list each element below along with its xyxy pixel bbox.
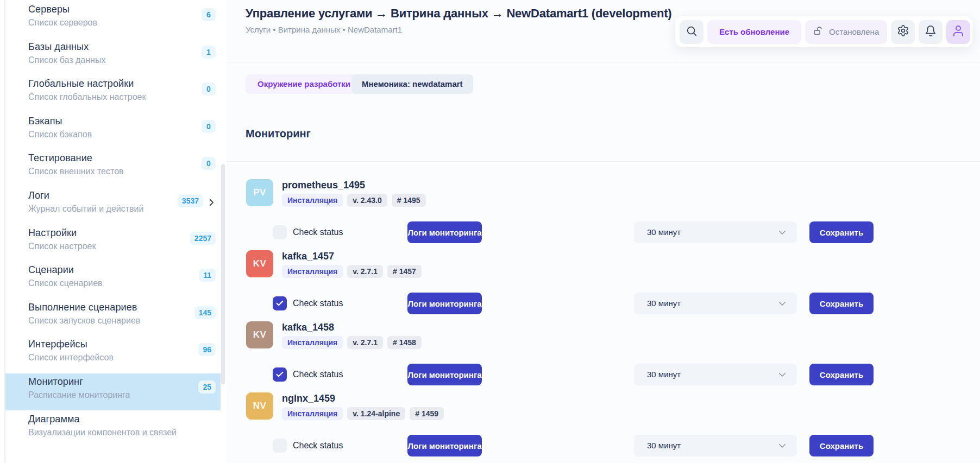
sidebar-item-settings[interactable]: Настройки Список настроек 2257 <box>5 225 221 262</box>
count-badge: 25 <box>198 380 216 394</box>
sidebar-item-subtitle: Список запусков сценариев <box>28 316 140 326</box>
status-chip: Инсталляция <box>282 265 343 278</box>
sidebar-item-title: Настройки <box>28 227 77 239</box>
sidebar-item-diagram[interactable]: Диаграмма Визуализации компонентов и свя… <box>5 411 221 448</box>
monitor-controls: Check status Логи мониторинга 30 минут С… <box>227 293 980 314</box>
count-badge: 2257 <box>190 232 216 245</box>
avatar: KV <box>246 250 273 277</box>
count-badge: 11 <box>199 269 216 282</box>
interval-select[interactable]: 30 минут <box>634 364 797 385</box>
check-status-label: Check status <box>293 435 343 456</box>
sidebar-item-subtitle: Журнал событий и действий <box>28 204 143 214</box>
sidebar-item-subtitle: Расписание мониторинга <box>28 390 130 400</box>
save-button[interactable]: Сохранить <box>809 293 874 314</box>
search-button[interactable] <box>680 20 703 44</box>
sidebar-item-interfaces[interactable]: Интерфейсы Список интерфейсов 96 <box>5 336 221 373</box>
gear-icon <box>897 24 909 39</box>
sidebar-item-title: Сценарии <box>28 264 74 276</box>
sidebar-scrollbar-thumb[interactable] <box>221 164 225 384</box>
monitor-controls: Check status Логи мониторинга 30 минут С… <box>227 364 980 385</box>
sidebar-item-servers[interactable]: Серверы Список серверов 6 <box>5 1 221 38</box>
sidebar-item-databases[interactable]: Базы данных Список баз данных 1 <box>5 39 221 75</box>
monitoring-logs-button[interactable]: Логи мониторинга <box>407 364 482 385</box>
chevron-right-icon <box>206 198 216 207</box>
number-chip: # 1495 <box>392 194 426 207</box>
monitor-row: KV kafka_1458 Инсталляция v. 2.7.1 # 145… <box>227 321 980 392</box>
monitor-chips: Инсталляция v. 2.7.1 # 1457 <box>282 265 422 278</box>
sidebar-item-title: Интерфейсы <box>28 339 87 350</box>
version-chip: v. 2.7.1 <box>347 336 383 349</box>
monitor-name: nginx_1459 <box>282 393 335 404</box>
interval-value: 30 минут <box>647 364 681 385</box>
header-toolbar: Есть обновление Остановлена <box>675 16 972 47</box>
sidebar-item-testing[interactable]: Тестирование Список внешних тестов 0 <box>5 150 221 187</box>
count-badge: 0 <box>202 120 216 133</box>
update-available-button[interactable]: Есть обновление <box>707 20 801 44</box>
interval-value: 30 минут <box>647 221 681 243</box>
sidebar-item-subtitle: Список настроек <box>28 242 96 251</box>
sidebar-item-subtitle: Список баз данных <box>28 55 105 65</box>
monitor-name: kafka_1457 <box>282 251 334 262</box>
count-badge: 96 <box>198 343 216 356</box>
monitoring-logs-button[interactable]: Логи мониторинга <box>407 435 482 456</box>
sidebar-item-subtitle: Список сценариев <box>28 278 103 288</box>
monitoring-logs-button[interactable]: Логи мониторинга <box>407 221 482 243</box>
count-badge: 1 <box>202 46 216 59</box>
version-chip: v. 1.24-alpine <box>347 407 405 420</box>
interval-select[interactable]: 30 минут <box>634 435 797 456</box>
settings-button[interactable] <box>891 20 915 44</box>
check-status-checkbox[interactable] <box>273 225 287 239</box>
sidebar-item-title: Серверы <box>28 4 70 15</box>
count-badge: 0 <box>202 157 216 170</box>
check-status-label: Check status <box>293 221 343 243</box>
number-chip: # 1457 <box>387 265 422 278</box>
interval-value: 30 минут <box>647 293 681 314</box>
monitor-chips: Инсталляция v. 2.7.1 # 1458 <box>282 336 422 349</box>
service-status-badge[interactable]: Остановлена <box>805 20 887 44</box>
sidebar-item-backups[interactable]: Бэкапы Список бэкапов 0 <box>5 113 221 150</box>
check-status-checkbox[interactable] <box>273 439 287 453</box>
breadcrumb: Услуги • Витрина данных • NewDatamart1 <box>246 25 402 34</box>
sidebar: Серверы Список серверов 6 Базы данных Сп… <box>5 0 221 463</box>
sidebar-item-subtitle: Список интерфейсов <box>28 353 114 363</box>
page-title: Управление услугами → Витрина данных → N… <box>246 7 672 21</box>
version-chip: v. 2.43.0 <box>347 194 387 207</box>
monitor-row: PV prometheus_1495 Инсталляция v. 2.43.0… <box>227 179 980 250</box>
save-button[interactable]: Сохранить <box>809 221 874 243</box>
status-chip: Инсталляция <box>282 336 343 349</box>
sidebar-item-global-settings[interactable]: Глобальные настройки Список глобальных н… <box>5 75 221 112</box>
sidebar-item-title: Тестирование <box>28 153 92 164</box>
check-status-checkbox[interactable] <box>273 296 287 310</box>
sidebar-item-scenarios[interactable]: Сценарии Список сценариев 11 <box>5 262 221 299</box>
sidebar-item-logs[interactable]: Логи Журнал событий и действий 3537 <box>5 187 221 224</box>
section-title: Мониторинг <box>246 128 311 140</box>
save-button[interactable]: Сохранить <box>809 364 874 385</box>
bell-icon <box>925 25 937 39</box>
sidebar-item-subtitle: Визуализации компонентов и связей <box>28 428 177 437</box>
count-badge: 6 <box>202 8 216 21</box>
header-divider <box>227 62 980 62</box>
count-badge: 145 <box>194 306 216 319</box>
version-chip: v. 2.7.1 <box>347 265 383 278</box>
number-chip: # 1459 <box>410 407 444 420</box>
chevron-down-icon <box>777 299 787 310</box>
monitor-chips: Инсталляция v. 2.43.0 # 1495 <box>282 194 426 207</box>
status-chip: Инсталляция <box>282 194 343 207</box>
sidebar-item-monitoring[interactable]: Мониторинг Расписание мониторинга 25 <box>5 373 221 410</box>
sidebar-item-scenario-runs[interactable]: Выполнение сценариев Список запусков сце… <box>5 299 221 336</box>
mnemonic-tag: Мнемоника: newdatamart <box>351 74 473 94</box>
monitoring-logs-button[interactable]: Логи мониторинга <box>407 293 482 314</box>
save-button[interactable]: Сохранить <box>809 435 874 456</box>
monitor-name: prometheus_1495 <box>282 180 365 191</box>
profile-button[interactable] <box>946 20 970 44</box>
interval-select[interactable]: 30 минут <box>634 221 797 243</box>
sidebar-item-subtitle: Список глобальных настроек <box>28 92 146 102</box>
chevron-down-icon <box>777 441 787 453</box>
service-status-label: Остановлена <box>829 27 879 36</box>
monitor-row: NV nginx_1459 Инсталляция v. 1.24-alpine… <box>227 392 980 463</box>
sidebar-item-title: Глобальные настройки <box>28 78 134 90</box>
checkmark-icon <box>275 370 284 379</box>
check-status-checkbox[interactable] <box>273 367 287 382</box>
interval-select[interactable]: 30 минут <box>634 293 797 314</box>
notifications-button[interactable] <box>919 20 943 44</box>
